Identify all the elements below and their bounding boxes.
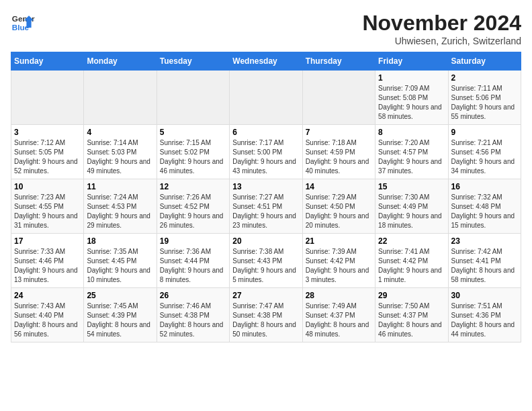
- calendar-table: SundayMondayTuesdayWednesdayThursdayFrid…: [11, 52, 521, 342]
- day-number: 5: [160, 128, 226, 137]
- day-number: 17: [14, 236, 81, 246]
- day-info: Sunrise: 7:47 AM Sunset: 4:38 PM Dayligh…: [232, 302, 299, 339]
- day-number: 7: [306, 128, 372, 137]
- day-number: 11: [87, 182, 153, 191]
- col-header-sunday: Sunday: [11, 52, 84, 71]
- day-info: Sunrise: 7:51 AM Sunset: 4:36 PM Dayligh…: [451, 302, 518, 339]
- day-info: Sunrise: 7:12 AM Sunset: 5:05 PM Dayligh…: [14, 138, 81, 176]
- week-row-4: 17Sunrise: 7:33 AM Sunset: 4:46 PM Dayli…: [11, 234, 521, 288]
- calendar-cell: 16Sunrise: 7:32 AM Sunset: 4:48 PM Dayli…: [448, 179, 521, 234]
- day-info: Sunrise: 7:45 AM Sunset: 4:39 PM Dayligh…: [87, 302, 153, 339]
- week-row-5: 24Sunrise: 7:43 AM Sunset: 4:40 PM Dayli…: [11, 288, 521, 342]
- day-info: Sunrise: 7:38 AM Sunset: 4:43 PM Dayligh…: [232, 247, 299, 285]
- col-header-thursday: Thursday: [302, 52, 375, 71]
- day-info: Sunrise: 7:09 AM Sunset: 5:08 PM Dayligh…: [378, 84, 445, 122]
- title-area: November 2024 Uhwiesen, Zurich, Switzerl…: [362, 11, 521, 46]
- calendar-cell: [11, 71, 84, 125]
- calendar-cell: 5Sunrise: 7:15 AM Sunset: 5:02 PM Daylig…: [157, 125, 229, 179]
- day-number: 1: [378, 73, 445, 83]
- day-number: 6: [232, 128, 299, 137]
- calendar-cell: 11Sunrise: 7:24 AM Sunset: 4:53 PM Dayli…: [84, 179, 157, 234]
- day-info: Sunrise: 7:42 AM Sunset: 4:41 PM Dayligh…: [451, 247, 518, 285]
- day-number: 8: [378, 128, 445, 137]
- day-info: Sunrise: 7:11 AM Sunset: 5:06 PM Dayligh…: [451, 84, 518, 122]
- calendar-cell: 3Sunrise: 7:12 AM Sunset: 5:05 PM Daylig…: [11, 125, 84, 179]
- calendar-cell: 18Sunrise: 7:35 AM Sunset: 4:45 PM Dayli…: [84, 234, 157, 288]
- calendar-cell: 13Sunrise: 7:27 AM Sunset: 4:51 PM Dayli…: [230, 179, 302, 234]
- day-info: Sunrise: 7:27 AM Sunset: 4:51 PM Dayligh…: [232, 193, 299, 230]
- calendar-cell: 10Sunrise: 7:23 AM Sunset: 4:55 PM Dayli…: [11, 179, 84, 234]
- calendar-cell: 23Sunrise: 7:42 AM Sunset: 4:41 PM Dayli…: [448, 234, 521, 288]
- day-info: Sunrise: 7:18 AM Sunset: 4:59 PM Dayligh…: [306, 138, 372, 176]
- day-number: 21: [306, 236, 372, 246]
- calendar-cell: 8Sunrise: 7:20 AM Sunset: 4:57 PM Daylig…: [375, 125, 448, 179]
- day-number: 9: [451, 128, 518, 137]
- day-info: Sunrise: 7:36 AM Sunset: 4:44 PM Dayligh…: [160, 247, 226, 285]
- day-number: 10: [14, 182, 81, 191]
- logo-icon: General Blue: [11, 11, 35, 35]
- day-number: 24: [14, 291, 81, 300]
- calendar-cell: 14Sunrise: 7:29 AM Sunset: 4:50 PM Dayli…: [302, 179, 375, 234]
- day-info: Sunrise: 7:24 AM Sunset: 4:53 PM Dayligh…: [87, 193, 153, 230]
- day-number: 26: [160, 291, 226, 300]
- week-row-1: 1Sunrise: 7:09 AM Sunset: 5:08 PM Daylig…: [11, 71, 521, 125]
- calendar-cell: 24Sunrise: 7:43 AM Sunset: 4:40 PM Dayli…: [11, 288, 84, 342]
- col-header-tuesday: Tuesday: [157, 52, 229, 71]
- day-number: 19: [160, 236, 226, 246]
- calendar-cell: 20Sunrise: 7:38 AM Sunset: 4:43 PM Dayli…: [230, 234, 302, 288]
- calendar-cell: 4Sunrise: 7:14 AM Sunset: 5:03 PM Daylig…: [84, 125, 157, 179]
- calendar-cell: 29Sunrise: 7:50 AM Sunset: 4:37 PM Dayli…: [375, 288, 448, 342]
- day-info: Sunrise: 7:29 AM Sunset: 4:50 PM Dayligh…: [306, 193, 372, 230]
- day-info: Sunrise: 7:50 AM Sunset: 4:37 PM Dayligh…: [378, 302, 445, 339]
- day-info: Sunrise: 7:43 AM Sunset: 4:40 PM Dayligh…: [14, 302, 81, 339]
- day-number: 14: [306, 182, 372, 191]
- week-row-2: 3Sunrise: 7:12 AM Sunset: 5:05 PM Daylig…: [11, 125, 521, 179]
- calendar-cell: [230, 71, 302, 125]
- day-number: 27: [232, 291, 299, 300]
- day-number: 16: [451, 182, 518, 191]
- day-info: Sunrise: 7:14 AM Sunset: 5:03 PM Dayligh…: [87, 138, 153, 176]
- calendar-cell: 27Sunrise: 7:47 AM Sunset: 4:38 PM Dayli…: [230, 288, 302, 342]
- day-number: 30: [451, 291, 518, 300]
- day-number: 3: [14, 128, 81, 137]
- calendar-cell: 6Sunrise: 7:17 AM Sunset: 5:00 PM Daylig…: [230, 125, 302, 179]
- calendar-header-row: SundayMondayTuesdayWednesdayThursdayFrid…: [11, 52, 521, 71]
- day-number: 28: [306, 291, 372, 300]
- calendar-cell: 30Sunrise: 7:51 AM Sunset: 4:36 PM Dayli…: [448, 288, 521, 342]
- calendar-cell: 21Sunrise: 7:39 AM Sunset: 4:42 PM Dayli…: [302, 234, 375, 288]
- day-info: Sunrise: 7:21 AM Sunset: 4:56 PM Dayligh…: [451, 138, 518, 176]
- week-row-3: 10Sunrise: 7:23 AM Sunset: 4:55 PM Dayli…: [11, 179, 521, 234]
- calendar-cell: 15Sunrise: 7:30 AM Sunset: 4:49 PM Dayli…: [375, 179, 448, 234]
- logo: General Blue: [11, 11, 35, 35]
- day-info: Sunrise: 7:30 AM Sunset: 4:49 PM Dayligh…: [378, 193, 445, 230]
- day-info: Sunrise: 7:32 AM Sunset: 4:48 PM Dayligh…: [451, 193, 518, 230]
- col-header-wednesday: Wednesday: [230, 52, 302, 71]
- day-number: 20: [232, 236, 299, 246]
- header: General Blue November 2024 Uhwiesen, Zur…: [11, 11, 521, 46]
- day-info: Sunrise: 7:41 AM Sunset: 4:42 PM Dayligh…: [378, 247, 445, 285]
- calendar-cell: 2Sunrise: 7:11 AM Sunset: 5:06 PM Daylig…: [448, 71, 521, 125]
- subtitle: Uhwiesen, Zurich, Switzerland: [362, 36, 521, 46]
- day-number: 12: [160, 182, 226, 191]
- day-number: 22: [378, 236, 445, 246]
- calendar-cell: 17Sunrise: 7:33 AM Sunset: 4:46 PM Dayli…: [11, 234, 84, 288]
- day-number: 18: [87, 236, 153, 246]
- day-number: 13: [232, 182, 299, 191]
- day-number: 4: [87, 128, 153, 137]
- day-info: Sunrise: 7:49 AM Sunset: 4:37 PM Dayligh…: [306, 302, 372, 339]
- col-header-monday: Monday: [84, 52, 157, 71]
- day-number: 23: [451, 236, 518, 246]
- calendar-cell: 28Sunrise: 7:49 AM Sunset: 4:37 PM Dayli…: [302, 288, 375, 342]
- day-info: Sunrise: 7:20 AM Sunset: 4:57 PM Dayligh…: [378, 138, 445, 176]
- day-info: Sunrise: 7:26 AM Sunset: 4:52 PM Dayligh…: [160, 193, 226, 230]
- day-info: Sunrise: 7:23 AM Sunset: 4:55 PM Dayligh…: [14, 193, 81, 230]
- col-header-friday: Friday: [375, 52, 448, 71]
- calendar-cell: 22Sunrise: 7:41 AM Sunset: 4:42 PM Dayli…: [375, 234, 448, 288]
- calendar-cell: 1Sunrise: 7:09 AM Sunset: 5:08 PM Daylig…: [375, 71, 448, 125]
- calendar-cell: 7Sunrise: 7:18 AM Sunset: 4:59 PM Daylig…: [302, 125, 375, 179]
- day-info: Sunrise: 7:17 AM Sunset: 5:00 PM Dayligh…: [232, 138, 299, 176]
- calendar-cell: 12Sunrise: 7:26 AM Sunset: 4:52 PM Dayli…: [157, 179, 229, 234]
- calendar-cell: [157, 71, 229, 125]
- day-info: Sunrise: 7:33 AM Sunset: 4:46 PM Dayligh…: [14, 247, 81, 285]
- day-info: Sunrise: 7:35 AM Sunset: 4:45 PM Dayligh…: [87, 247, 153, 285]
